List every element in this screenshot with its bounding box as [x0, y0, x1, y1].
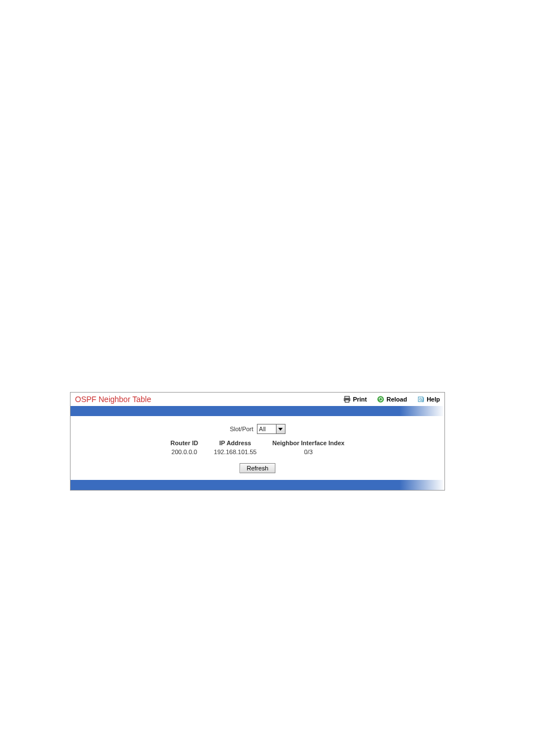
- slot-port-select[interactable]: All: [257, 424, 285, 434]
- neighbor-table: Router ID IP Address Neighbor Interface …: [163, 438, 353, 456]
- reload-icon: [377, 395, 385, 403]
- top-divider-bar: [71, 406, 444, 416]
- print-label: Print: [353, 396, 367, 403]
- slot-port-selector-row: Slot/Port All: [75, 424, 440, 434]
- svg-rect-0: [345, 396, 349, 399]
- slot-port-value: All: [259, 426, 276, 432]
- refresh-button-wrap: Refresh: [75, 463, 440, 473]
- table-header-row: Router ID IP Address Neighbor Interface …: [163, 438, 353, 447]
- panel-content: Slot/Port All Router ID IP Address Neigh…: [71, 416, 444, 480]
- chevron-down-icon: [276, 424, 285, 433]
- help-icon: [417, 395, 425, 403]
- print-icon: [343, 395, 351, 403]
- table-row: 200.0.0.0 192.168.101.55 0/3: [163, 447, 353, 456]
- page-title: OSPF Neighbor Table: [75, 395, 333, 404]
- reload-button[interactable]: Reload: [377, 395, 407, 403]
- col-router-id: Router ID: [163, 438, 207, 447]
- col-neighbor-if-index: Neighbor Interface Index: [264, 438, 352, 447]
- slot-port-label: Slot/Port: [229, 426, 253, 432]
- svg-rect-2: [345, 400, 349, 402]
- cell-router-id: 200.0.0.0: [163, 447, 207, 456]
- ospf-neighbor-panel: OSPF Neighbor Table Print Reload: [70, 392, 445, 491]
- cell-ip-address: 192.168.101.55: [206, 447, 264, 456]
- help-button[interactable]: Help: [417, 395, 440, 403]
- help-label: Help: [427, 396, 440, 403]
- svg-point-3: [378, 396, 385, 403]
- panel-header: OSPF Neighbor Table Print Reload: [71, 393, 444, 406]
- print-button[interactable]: Print: [343, 395, 367, 403]
- cell-neighbor-if-index: 0/3: [264, 447, 352, 456]
- refresh-button[interactable]: Refresh: [240, 463, 276, 473]
- reload-label: Reload: [386, 396, 407, 403]
- bottom-divider-bar: [71, 480, 444, 490]
- col-ip-address: IP Address: [206, 438, 264, 447]
